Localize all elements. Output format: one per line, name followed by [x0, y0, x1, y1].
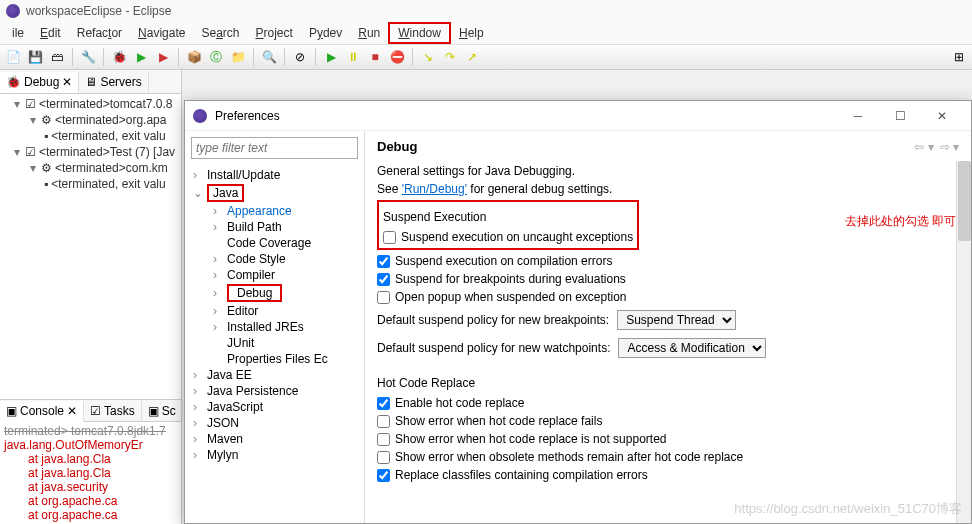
step-into-icon[interactable]: ↘	[419, 48, 437, 66]
menu-window[interactable]: Window	[388, 22, 451, 44]
scrollbar[interactable]	[956, 161, 971, 523]
check-hot-replace[interactable]: Replace classfiles containing compilatio…	[377, 466, 959, 484]
checkbox-breakpoints[interactable]	[377, 273, 390, 286]
menu-refactor[interactable]: Refactor	[69, 24, 130, 42]
debug-icon[interactable]: 🐞	[110, 48, 128, 66]
checkbox-hot-replace[interactable]	[377, 469, 390, 482]
tree-propfiles[interactable]: Properties Files Ec	[185, 351, 364, 367]
check-uncaught[interactable]: Suspend execution on uncaught exceptions	[383, 228, 633, 246]
new-pkg-icon[interactable]: 📦	[185, 48, 203, 66]
skip-bp-icon[interactable]: ⊘	[291, 48, 309, 66]
tab-servers[interactable]: 🖥 Servers	[79, 72, 148, 92]
back-icon[interactable]: ⇦ ▾	[914, 140, 933, 154]
checkbox-hot-enable[interactable]	[377, 397, 390, 410]
tree-editor[interactable]: ›Editor	[185, 303, 364, 319]
minimize-button[interactable]: ─	[837, 102, 879, 130]
tab-debug[interactable]: 🐞 Debug ✕	[0, 72, 79, 93]
tree-row[interactable]: ▾⚙ <terminated>com.km	[0, 160, 181, 176]
tab-sc[interactable]: ▣ Sc	[142, 401, 183, 421]
tab-tasks[interactable]: ☑ Tasks	[84, 401, 142, 421]
new-class-icon[interactable]: Ⓒ	[207, 48, 225, 66]
checkbox-hot-fails[interactable]	[377, 415, 390, 428]
menu-edit[interactable]: Edit	[32, 24, 69, 42]
save-icon[interactable]: 💾	[26, 48, 44, 66]
tree-debug[interactable]: ›Debug	[185, 283, 364, 303]
tree-javascript[interactable]: ›JavaScript	[185, 399, 364, 415]
prefs-tree: ›Install/Update ⌄Java ›Appearance ›Build…	[185, 165, 364, 465]
dialog-title: Preferences	[215, 109, 280, 123]
desc-line: General settings for Java Debugging.	[377, 164, 959, 178]
check-compilation[interactable]: Suspend execution on compilation errors	[377, 252, 959, 270]
check-hot-fails[interactable]: Show error when hot code replace fails	[377, 412, 959, 430]
perspective-icon[interactable]: ⊞	[950, 48, 968, 66]
tree-junit[interactable]: JUnit	[185, 335, 364, 351]
wp-select[interactable]: Access & Modification	[618, 338, 766, 358]
menu-navigate[interactable]: Navigate	[130, 24, 193, 42]
checkbox-hot-unsupported[interactable]	[377, 433, 390, 446]
menu-project[interactable]: Project	[248, 24, 301, 42]
tree-jres[interactable]: ›Installed JREs	[185, 319, 364, 335]
tree-row[interactable]: ▾☑ <terminated>tomcat7.0.8	[0, 96, 181, 112]
check-breakpoints[interactable]: Suspend for breakpoints during evaluatio…	[377, 270, 959, 288]
tree-javaee[interactable]: ›Java EE	[185, 367, 364, 383]
new-folder-icon[interactable]: 📁	[229, 48, 247, 66]
suspend-icon[interactable]: ⏸	[344, 48, 362, 66]
tree-row[interactable]: ▪ <terminated, exit valu	[0, 128, 181, 144]
check-popup[interactable]: Open popup when suspended on exception	[377, 288, 959, 306]
tree-javapers[interactable]: ›Java Persistence	[185, 383, 364, 399]
maximize-button[interactable]: ☐	[879, 102, 921, 130]
run-debug-link[interactable]: 'Run/Debug'	[402, 182, 467, 196]
checkbox-hot-obsolete[interactable]	[377, 451, 390, 464]
tree-mylyn[interactable]: ›Mylyn	[185, 447, 364, 463]
tree-row[interactable]: ▾☑ <terminated>Test (7) [Jav	[0, 144, 181, 160]
run-ext-icon[interactable]: ▶	[154, 48, 172, 66]
tree-maven[interactable]: ›Maven	[185, 431, 364, 447]
tree-java[interactable]: ⌄Java	[185, 183, 364, 203]
tree-compiler[interactable]: ›Compiler	[185, 267, 364, 283]
menu-file[interactable]: ile	[4, 24, 32, 42]
save-all-icon[interactable]: 🗃	[48, 48, 66, 66]
menu-pydev[interactable]: Pydev	[301, 24, 350, 42]
tree-json[interactable]: ›JSON	[185, 415, 364, 431]
scroll-thumb[interactable]	[958, 161, 971, 241]
stop-icon[interactable]: ■	[366, 48, 384, 66]
tree-buildpath[interactable]: ›Build Path	[185, 219, 364, 235]
debug-tree: ▾☑ <terminated>tomcat7.0.8 ▾⚙ <terminate…	[0, 94, 181, 399]
bp-label: Default suspend policy for new breakpoin…	[377, 313, 609, 327]
resume-icon[interactable]: ▶	[322, 48, 340, 66]
checkbox-uncaught[interactable]	[383, 231, 396, 244]
prefs-sidebar: ›Install/Update ⌄Java ›Appearance ›Build…	[185, 131, 365, 523]
tab-console[interactable]: ▣ Console ✕	[0, 401, 84, 422]
tool-icon[interactable]: 🔧	[79, 48, 97, 66]
forward-icon[interactable]: ⇨ ▾	[940, 140, 959, 154]
check-hot-enable[interactable]: Enable hot code replace	[377, 394, 959, 412]
filter-input[interactable]	[191, 137, 358, 159]
menu-search[interactable]: Search	[193, 24, 247, 42]
step-return-icon[interactable]: ↗	[463, 48, 481, 66]
dialog-titlebar: Preferences ─ ☐ ✕	[185, 101, 971, 131]
checkbox-compilation[interactable]	[377, 255, 390, 268]
tree-codestyle[interactable]: ›Code Style	[185, 251, 364, 267]
search-icon[interactable]: 🔍	[260, 48, 278, 66]
new-icon[interactable]: 📄	[4, 48, 22, 66]
separator	[315, 48, 316, 66]
console-header: terminated> tomcat7.0.8jdk1.7	[4, 424, 177, 438]
tree-appearance[interactable]: ›Appearance	[185, 203, 364, 219]
check-hot-obsolete[interactable]: Show error when obsolete methods remain …	[377, 448, 959, 466]
tree-codecov[interactable]: Code Coverage	[185, 235, 364, 251]
menu-run[interactable]: Run	[350, 24, 388, 42]
step-over-icon[interactable]: ↷	[441, 48, 459, 66]
tree-row[interactable]: ▪ <terminated, exit valu	[0, 176, 181, 192]
run-icon[interactable]: ▶	[132, 48, 150, 66]
page-title: Debug	[377, 139, 417, 154]
nav-arrows: ⇦ ▾ ⇨ ▾	[914, 140, 959, 154]
tree-row[interactable]: ▾⚙ <terminated>org.apa	[0, 112, 181, 128]
menu-help[interactable]: Help	[451, 24, 492, 42]
close-button[interactable]: ✕	[921, 102, 963, 130]
checkbox-popup[interactable]	[377, 291, 390, 304]
prefs-page-header: Debug ⇦ ▾ ⇨ ▾	[377, 139, 959, 154]
disconnect-icon[interactable]: ⛔	[388, 48, 406, 66]
bp-select[interactable]: Suspend Thread	[617, 310, 736, 330]
check-hot-unsupported[interactable]: Show error when hot code replace is not …	[377, 430, 959, 448]
tree-install[interactable]: ›Install/Update	[185, 167, 364, 183]
